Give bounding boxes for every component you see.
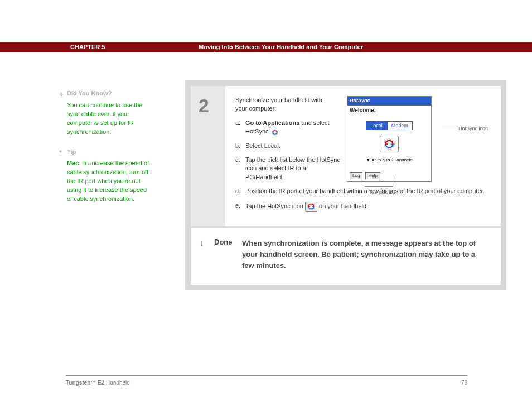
callout-line <box>442 128 456 128</box>
plus-icon: + <box>59 89 67 100</box>
asterisk-icon: * <box>59 148 67 159</box>
chapter-header-bar: CHAPTER 5 Moving Info Between Your Handh… <box>0 42 532 52</box>
sidebar: +Did You Know? You can continue to use t… <box>59 89 151 215</box>
step-content: Synchronize your handheld with your comp… <box>225 86 501 226</box>
did-you-know-block: +Did You Know? You can continue to use t… <box>59 89 151 137</box>
hotsync-icon <box>270 128 279 136</box>
substep-e: e. Tap the HotSync icon on your handheld… <box>235 202 492 212</box>
substep-b-text: Select Local. <box>245 142 341 150</box>
substep-c: c. Tap the pick list below the HotSync i… <box>235 156 341 181</box>
done-label: Done <box>214 238 233 246</box>
tip-block: *Tip Mac To increase the speed of cable … <box>59 148 151 204</box>
main-content-box: 2 Synchronize your handheld with your co… <box>185 80 506 290</box>
tip-body-text: To increase the speed of cable synchroni… <box>67 160 149 202</box>
step-number-column: 2 <box>191 86 225 226</box>
done-text: When synchronization is complete, a mess… <box>242 238 489 271</box>
substep-c-text: Tap the pick list below the HotSync icon… <box>245 156 341 181</box>
step-row: 2 Synchronize your handheld with your co… <box>191 86 501 228</box>
substep-b: b. Select Local. <box>235 142 341 150</box>
substep-a: a. Go to Applications and select HotSync… <box>235 119 341 136</box>
device-picklist[interactable]: ▼ IR to a PC/Handheld <box>347 157 431 163</box>
device-title-bar: HotSync <box>347 97 431 106</box>
device-screenshot: HotSync Welcome. LocalModem ▼ IR to a PC… <box>347 96 432 182</box>
footer-product-rest: Handheld <box>104 380 130 386</box>
device-buttons: Log Help <box>350 171 381 179</box>
substep-d-letter: d. <box>235 187 245 195</box>
step-intro: Synchronize your handheld with your comp… <box>235 96 336 113</box>
substep-e-letter: e. <box>235 202 245 212</box>
device-welcome: Welcome. <box>347 106 431 118</box>
chevron-down-icon: ▼ <box>366 157 370 162</box>
log-button[interactable]: Log <box>350 172 362 179</box>
did-you-know-title: Did You Know? <box>67 90 112 97</box>
callout-line <box>393 175 393 186</box>
substep-e-text: Tap the HotSync icon on your handheld. <box>245 202 492 212</box>
tip-body: Mac To increase the speed of cable synch… <box>67 159 151 204</box>
go-to-applications-link[interactable]: Go to Applications <box>245 119 299 126</box>
callout-tap-pick-list: Tap pick list <box>369 189 395 196</box>
done-left: ↓ Done <box>200 238 242 271</box>
did-you-know-body: You can continue to use the sync cable e… <box>67 101 151 137</box>
tab-local[interactable]: Local <box>366 121 387 131</box>
step-number: 2 <box>199 95 225 117</box>
substep-b-letter: b. <box>235 142 245 150</box>
help-button[interactable]: Help <box>365 172 380 179</box>
page-number: 76 <box>461 380 467 386</box>
footer-product-bold: Tungsten™ E2 <box>66 380 104 386</box>
tab-modem[interactable]: Modem <box>387 121 413 131</box>
substep-a-letter: a. <box>235 119 245 136</box>
substep-d-text: Position the IR port of your handheld wi… <box>245 187 492 195</box>
substep-d: d. Position the IR port of your handheld… <box>235 187 492 195</box>
tip-mac-label: Mac <box>67 160 79 166</box>
down-arrow-icon: ↓ <box>200 238 211 247</box>
footer-rule <box>66 375 467 376</box>
done-row: ↓ Done When synchronization is complete,… <box>191 228 501 285</box>
tip-title: Tip <box>67 148 76 155</box>
device-hotsync-cell <box>347 136 431 154</box>
hotsync-icon[interactable] <box>380 136 399 152</box>
hotsync-icon <box>305 202 317 212</box>
chapter-title: Moving Info Between Your Handheld and Yo… <box>199 44 363 50</box>
callout-line <box>365 186 393 187</box>
footer-product: Tungsten™ E2 Handheld <box>66 380 130 386</box>
device-tabs: LocalModem <box>347 121 431 131</box>
substep-a-text: Go to Applications and select HotSync . <box>245 119 341 136</box>
callout-hotsync-icon: HotSync icon <box>458 125 488 132</box>
chapter-label: CHAPTER 5 <box>70 44 105 50</box>
substep-c-letter: c. <box>235 156 245 181</box>
